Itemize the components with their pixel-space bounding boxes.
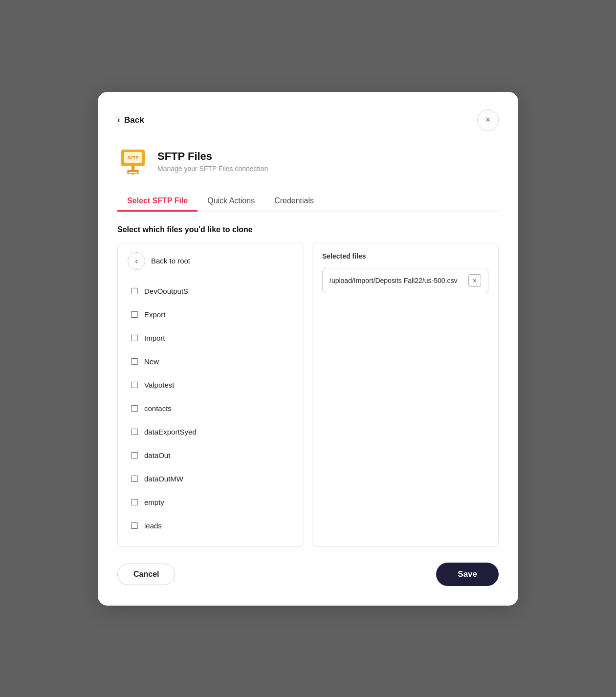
service-description: Manage your SFTP Files connection xyxy=(157,165,268,173)
service-icon: SFTP xyxy=(117,145,149,178)
modal-footer: Cancel Save xyxy=(117,563,499,586)
folder-icon: ☐ xyxy=(131,474,138,484)
selected-file-path: /upload/Import/Deposits Fall22/us-500.cs… xyxy=(330,277,457,284)
remove-icon: × xyxy=(473,277,477,284)
back-to-root-row: ‹ Back to root xyxy=(128,252,294,270)
folder-name: contacts xyxy=(144,404,172,413)
back-label: Back xyxy=(124,115,144,125)
tab-credentials[interactable]: Credentials xyxy=(264,192,324,212)
folder-name: dataExportSyed xyxy=(144,428,197,436)
folder-name: DevOoutputS xyxy=(144,287,188,295)
service-name: SFTP Files xyxy=(157,150,268,163)
chevron-left-icon: ‹ xyxy=(117,115,120,125)
file-panels: ‹ Back to root ☐ DevOoutputS ☐ Export ☐ xyxy=(117,243,499,547)
modal-header: ‹ Back × xyxy=(117,109,499,131)
section-title: Select which files you'd like to clone xyxy=(117,225,499,234)
cancel-button[interactable]: Cancel xyxy=(117,564,175,585)
folder-name: Import xyxy=(144,334,165,342)
folder-icon: ☐ xyxy=(131,427,138,437)
folder-icon: ☐ xyxy=(131,497,138,508)
folder-icon: ☐ xyxy=(131,356,138,367)
folder-icon: ☐ xyxy=(131,450,138,461)
close-button[interactable]: × xyxy=(477,109,499,131)
folder-name: empty xyxy=(144,498,164,506)
back-to-root-button[interactable]: ‹ xyxy=(128,252,145,270)
overlay: ‹ Back × SFTP xyxy=(0,0,616,697)
service-info: SFTP SFTP Files Manage your SFTP Files c… xyxy=(117,145,499,178)
folder-browser-panel: ‹ Back to root ☐ DevOoutputS ☐ Export ☐ xyxy=(117,243,304,547)
list-item[interactable]: ☐ empty xyxy=(128,491,294,514)
list-item[interactable]: ☐ DevOoutputS xyxy=(128,280,294,303)
close-icon: × xyxy=(485,115,491,125)
list-item[interactable]: ☐ New xyxy=(128,350,294,373)
list-item[interactable]: ☐ dataOut xyxy=(128,444,294,467)
folder-icon: ☐ xyxy=(131,403,138,414)
svg-line-9 xyxy=(133,173,138,174)
tab-select-sftp-file[interactable]: Select SFTP File xyxy=(117,192,198,212)
service-text: SFTP Files Manage your SFTP Files connec… xyxy=(157,150,268,173)
folder-name: dataOutMW xyxy=(144,475,183,483)
list-item[interactable]: ☐ dataExportSyed xyxy=(128,420,294,444)
svg-line-8 xyxy=(128,173,133,174)
list-item[interactable]: ☐ dataOutMW xyxy=(128,467,294,491)
folder-name: Export xyxy=(144,310,165,319)
list-item[interactable]: ☐ leads xyxy=(128,514,294,538)
folder-name: leads xyxy=(144,522,162,530)
folder-name: dataOut xyxy=(144,451,170,459)
list-item[interactable]: ☐ Valpotest xyxy=(128,373,294,397)
folder-icon: ☐ xyxy=(131,286,138,297)
folder-list: ☐ DevOoutputS ☐ Export ☐ Import ☐ New xyxy=(128,280,294,538)
svg-rect-4 xyxy=(127,170,139,172)
remove-file-button[interactable]: × xyxy=(468,274,481,287)
tabs-container: Select SFTP File Quick Actions Credentia… xyxy=(117,192,499,212)
list-item[interactable]: ☐ Import xyxy=(128,327,294,350)
back-button[interactable]: ‹ Back xyxy=(117,115,144,125)
svg-text:SFTP: SFTP xyxy=(127,155,138,160)
back-to-root-label: Back to root xyxy=(151,257,190,265)
folder-icon: ☐ xyxy=(131,521,138,531)
folder-icon: ☐ xyxy=(131,380,138,391)
save-button[interactable]: Save xyxy=(436,563,499,586)
folder-name: Valpotest xyxy=(144,381,174,389)
folder-name: New xyxy=(144,357,159,366)
folder-icon: ☐ xyxy=(131,309,138,320)
tab-quick-actions[interactable]: Quick Actions xyxy=(198,192,264,212)
selected-file-item: /upload/Import/Deposits Fall22/us-500.cs… xyxy=(322,268,488,293)
chevron-left-small-icon: ‹ xyxy=(135,257,137,265)
selected-files-panel: Selected files /upload/Import/Deposits F… xyxy=(312,243,499,547)
svg-rect-3 xyxy=(132,166,134,170)
folder-icon: ☐ xyxy=(131,333,138,344)
list-item[interactable]: ☐ Export xyxy=(128,303,294,327)
modal-container: ‹ Back × SFTP xyxy=(98,92,518,606)
list-item[interactable]: ☐ contacts xyxy=(128,397,294,420)
selected-files-title: Selected files xyxy=(322,252,488,260)
